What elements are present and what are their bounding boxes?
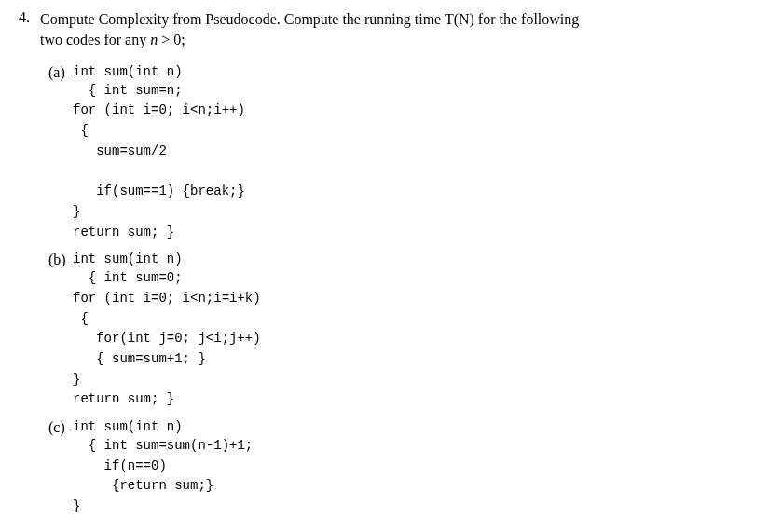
problem-title-line2-prefix: two codes for any: [40, 32, 150, 48]
subpart-a-code: { int sum=n; for (int i=0; i<n;i++) { su…: [73, 81, 763, 243]
subpart-label-b: (b): [48, 252, 73, 268]
subpart-a: (a) int sum(int n) { int sum=n; for (int…: [48, 64, 763, 243]
problem-header: 4. Compute Complexity from Pseudocode. C…: [19, 9, 763, 51]
subparts-container: (a) int sum(int n) { int sum=n; for (int…: [48, 64, 763, 517]
subpart-b-header: (b) int sum(int n): [48, 252, 763, 268]
subpart-a-signature: int sum(int n): [73, 64, 183, 79]
subpart-c-signature: int sum(int n): [73, 419, 183, 434]
subpart-b: (b) int sum(int n) { int sum=0; for (int…: [48, 252, 763, 410]
subpart-label-a: (a): [48, 64, 73, 81]
problem-title-line1: Compute Complexity from Pseudocode. Comp…: [40, 11, 579, 27]
subpart-a-header: (a) int sum(int n): [48, 64, 763, 81]
math-variable-n: n: [150, 32, 158, 48]
problem-text: Compute Complexity from Pseudocode. Comp…: [40, 9, 579, 51]
problem-number: 4.: [19, 9, 37, 26]
math-condition: > 0;: [158, 32, 185, 48]
subpart-label-c: (c): [48, 419, 73, 436]
subpart-c-header: (c) int sum(int n): [48, 419, 763, 436]
subpart-b-code: { int sum=0; for (int i=0; i<n;i=i+k) { …: [73, 268, 763, 410]
subpart-c-code: { int sum=sum(n-1)+1; if(n==0) {return s…: [73, 436, 763, 517]
subpart-c: (c) int sum(int n) { int sum=sum(n-1)+1;…: [48, 419, 763, 517]
subpart-b-signature: int sum(int n): [73, 252, 183, 266]
